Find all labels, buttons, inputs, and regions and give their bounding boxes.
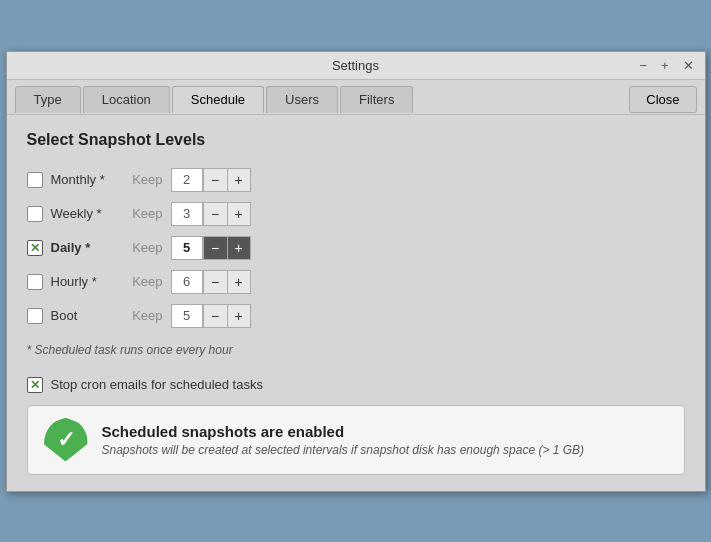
daily-checkbox[interactable]: ✕	[27, 240, 43, 256]
tab-filters[interactable]: Filters	[340, 86, 413, 113]
footnote: * Scheduled task runs once every hour	[27, 343, 685, 357]
weekly-increment[interactable]: +	[227, 202, 251, 226]
boot-spinner: 5 − +	[171, 304, 251, 328]
daily-row: ✕ Daily * Keep 5 − +	[27, 233, 685, 263]
weekly-row: Weekly * Keep 3 − +	[27, 199, 685, 229]
hourly-value: 6	[171, 270, 203, 294]
snapshot-rows: Monthly * Keep 2 − + Weekly * Keep 3 − +	[27, 165, 685, 331]
daily-spinner: 5 − +	[171, 236, 251, 260]
shield-checkmark: ✓	[57, 427, 75, 453]
hourly-keep: Keep	[129, 274, 163, 289]
daily-value: 5	[171, 236, 203, 260]
monthly-row: Monthly * Keep 2 − +	[27, 165, 685, 195]
tab-location[interactable]: Location	[83, 86, 170, 113]
titlebar-controls: − + ✕	[636, 58, 696, 73]
hourly-label: Hourly *	[51, 274, 121, 289]
tab-users[interactable]: Users	[266, 86, 338, 113]
hourly-decrement[interactable]: −	[203, 270, 227, 294]
tab-type[interactable]: Type	[15, 86, 81, 113]
weekly-value: 3	[171, 202, 203, 226]
boot-keep: Keep	[129, 308, 163, 323]
minimize-button[interactable]: −	[636, 58, 650, 73]
monthly-increment[interactable]: +	[227, 168, 251, 192]
daily-keep: Keep	[129, 240, 163, 255]
daily-check-mark: ✕	[30, 242, 40, 254]
daily-label: Daily *	[51, 240, 121, 255]
window-title: Settings	[75, 58, 637, 73]
monthly-keep: Keep	[129, 172, 163, 187]
status-subtitle: Snapshots will be created at selected in…	[102, 443, 585, 457]
settings-window: Settings − + ✕ Type Location Schedule Us…	[6, 51, 706, 492]
section-title: Select Snapshot Levels	[27, 131, 685, 149]
close-window-button[interactable]: ✕	[680, 58, 697, 73]
boot-value: 5	[171, 304, 203, 328]
boot-row: Boot Keep 5 − +	[27, 301, 685, 331]
cron-checkbox[interactable]: ✕	[27, 377, 43, 393]
boot-decrement[interactable]: −	[203, 304, 227, 328]
monthly-label: Monthly *	[51, 172, 121, 187]
monthly-spinner: 2 − +	[171, 168, 251, 192]
monthly-value: 2	[171, 168, 203, 192]
maximize-button[interactable]: +	[658, 58, 672, 73]
weekly-label: Weekly *	[51, 206, 121, 221]
hourly-checkbox[interactable]	[27, 274, 43, 290]
boot-increment[interactable]: +	[227, 304, 251, 328]
daily-decrement[interactable]: −	[203, 236, 227, 260]
close-button[interactable]: Close	[629, 86, 696, 113]
daily-increment[interactable]: +	[227, 236, 251, 260]
tab-schedule[interactable]: Schedule	[172, 86, 264, 113]
status-text-block: Scheduled snapshots are enabled Snapshot…	[102, 423, 585, 457]
titlebar: Settings − + ✕	[7, 52, 705, 80]
status-box: ✓ Scheduled snapshots are enabled Snapsh…	[27, 405, 685, 475]
weekly-checkbox[interactable]	[27, 206, 43, 222]
hourly-increment[interactable]: +	[227, 270, 251, 294]
tabs-row: Type Location Schedule Users Filters Clo…	[7, 80, 705, 115]
cron-check-mark: ✕	[30, 379, 40, 391]
status-title: Scheduled snapshots are enabled	[102, 423, 585, 440]
boot-checkbox[interactable]	[27, 308, 43, 324]
cron-label: Stop cron emails for scheduled tasks	[51, 377, 263, 392]
shield-icon: ✓	[44, 418, 88, 462]
cron-row: ✕ Stop cron emails for scheduled tasks	[27, 377, 685, 393]
monthly-decrement[interactable]: −	[203, 168, 227, 192]
boot-label: Boot	[51, 308, 121, 323]
hourly-row: Hourly * Keep 6 − +	[27, 267, 685, 297]
weekly-decrement[interactable]: −	[203, 202, 227, 226]
weekly-keep: Keep	[129, 206, 163, 221]
monthly-checkbox[interactable]	[27, 172, 43, 188]
content-area: Select Snapshot Levels Monthly * Keep 2 …	[7, 115, 705, 491]
hourly-spinner: 6 − +	[171, 270, 251, 294]
weekly-spinner: 3 − +	[171, 202, 251, 226]
tabs-container: Type Location Schedule Users Filters	[15, 86, 630, 113]
